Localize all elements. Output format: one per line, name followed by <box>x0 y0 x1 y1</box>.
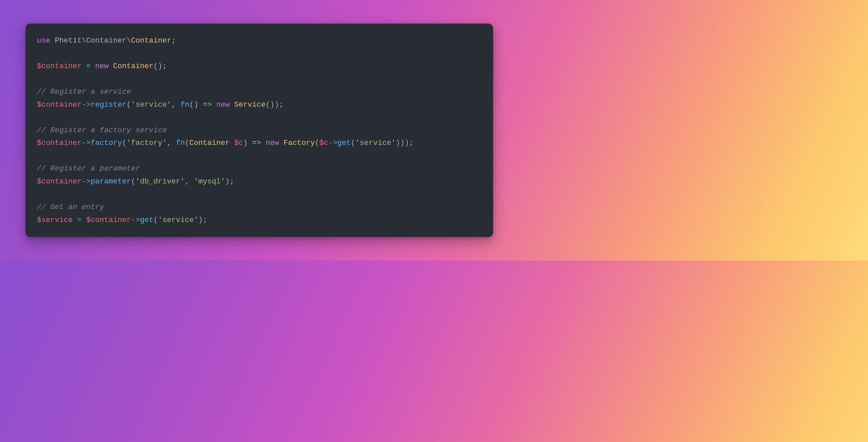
code-card: use Phetit\Container\Container; $contain… <box>26 24 493 237</box>
method-call: get <box>337 139 351 147</box>
variable: $container <box>86 216 131 224</box>
variable: $container <box>37 62 82 70</box>
paren-open: ( <box>122 139 127 147</box>
keyword-new: new <box>95 62 109 70</box>
method-call: factory <box>91 139 122 147</box>
operator-eq: = <box>73 216 86 224</box>
paren-open: ( <box>315 139 319 147</box>
paren-open: ( <box>351 139 355 147</box>
paren-close: ) <box>198 216 203 224</box>
variable: $service <box>37 216 73 224</box>
method-call: parameter <box>91 177 131 186</box>
string-lit: 'mysql' <box>194 177 225 186</box>
ns-separator: \ <box>126 36 131 45</box>
comma: , <box>167 139 176 147</box>
class-name: Container <box>113 62 154 70</box>
arrow-op: -> <box>82 177 91 186</box>
semicolon: ; <box>230 177 235 186</box>
string-lit: 'service' <box>158 216 198 224</box>
string-lit: 'factory' <box>126 139 167 147</box>
comma: , <box>171 100 180 109</box>
keyword-new: new <box>266 139 279 147</box>
semicolon: ; <box>171 36 176 45</box>
semicolon: ; <box>279 100 284 109</box>
fn-keyword: fn <box>180 100 189 109</box>
keyword-new: new <box>216 100 230 109</box>
semicolon: ; <box>162 62 167 70</box>
method-call: register <box>91 100 126 109</box>
comment: // Get an entry <box>37 203 104 211</box>
string-lit: 'service' <box>131 100 172 109</box>
arrow-op: -> <box>82 100 91 109</box>
paren-close: ) <box>400 139 405 147</box>
parens: () <box>153 62 162 70</box>
variable: $container <box>37 139 82 147</box>
paren-open: ( <box>153 216 158 224</box>
class-name: Factory <box>284 139 315 147</box>
keyword-use: use <box>37 36 51 45</box>
variable: $container <box>37 177 82 186</box>
arrow-op: -> <box>329 139 337 147</box>
paren-close: ) <box>275 100 279 109</box>
arrow-op: -> <box>131 216 140 224</box>
variable: $c <box>319 139 329 147</box>
parens: () <box>266 100 275 109</box>
semicolon: ; <box>409 139 414 147</box>
class-name: Service <box>234 100 266 109</box>
param-type: Container <box>189 139 230 147</box>
paren-close: ) <box>243 139 248 147</box>
param-var: $c <box>234 139 243 147</box>
string-lit: 'service' <box>355 139 396 147</box>
fn-keyword: fn <box>176 139 185 147</box>
paren-open: ( <box>126 100 131 109</box>
operator-eq: = <box>82 62 95 70</box>
parens: () <box>189 100 198 109</box>
namespace-seg: Container <box>86 36 127 45</box>
ns-separator: \ <box>82 36 86 45</box>
paren-open: ( <box>131 177 136 186</box>
arrow-op: -> <box>82 139 91 147</box>
code-block: use Phetit\Container\Container; $contain… <box>37 34 482 227</box>
comma: , <box>185 177 194 186</box>
semicolon: ; <box>203 216 208 224</box>
double-arrow: => <box>248 139 266 147</box>
string-lit: 'db_driver' <box>135 177 185 186</box>
method-call: get <box>140 216 154 224</box>
paren-close: ) <box>396 139 400 147</box>
paren-close: ) <box>225 177 230 186</box>
class-name: Container <box>131 36 172 45</box>
paren-open: ( <box>185 139 190 147</box>
double-arrow: => <box>198 100 216 109</box>
paren-close: ) <box>404 139 409 147</box>
comment: // Register a service <box>37 87 131 96</box>
comment: // Register a parameter <box>37 164 140 173</box>
namespace-seg: Phetit <box>55 36 82 45</box>
comment: // Register a factory service <box>37 126 167 135</box>
variable: $container <box>37 100 82 109</box>
